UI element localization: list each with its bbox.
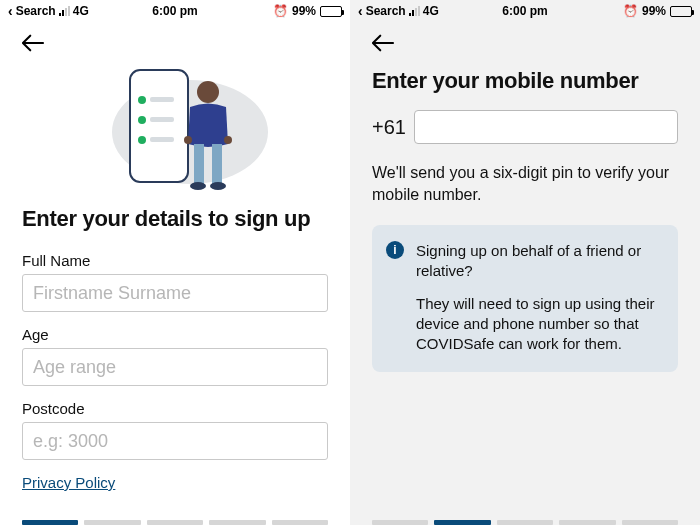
arrow-left-icon (22, 34, 44, 52)
svg-point-11 (190, 182, 206, 190)
screen-signup-details: ‹ Search 4G 6:00 pm ⏰ 99% (0, 0, 350, 525)
svg-point-4 (138, 116, 146, 124)
status-bar: ‹ Search 4G 6:00 pm ⏰ 99% (0, 0, 350, 22)
svg-rect-1 (130, 70, 188, 182)
network-label: 4G (423, 4, 439, 18)
postcode-label: Postcode (22, 400, 328, 417)
alarm-icon: ⏰ (623, 4, 638, 18)
verify-subtext: We'll send you a six-digit pin to verify… (372, 162, 678, 205)
svg-rect-9 (194, 144, 204, 184)
battery-label: 99% (642, 4, 666, 18)
svg-point-13 (184, 136, 192, 144)
status-bar: ‹ Search 4G 6:00 pm ⏰ 99% (350, 0, 700, 22)
status-time: 6:00 pm (469, 4, 580, 18)
privacy-policy-link[interactable]: Privacy Policy (22, 474, 115, 491)
battery-icon (670, 6, 692, 17)
network-label: 4G (73, 4, 89, 18)
battery-icon (320, 6, 342, 17)
fullname-label: Full Name (22, 252, 328, 269)
fullname-input[interactable] (22, 274, 328, 312)
progress-indicator (0, 514, 350, 525)
svg-point-6 (138, 136, 146, 144)
info-body: They will need to sign up using their de… (416, 294, 662, 355)
mobile-number-input[interactable] (414, 110, 678, 144)
signup-illustration (22, 62, 328, 192)
alarm-icon: ⏰ (273, 4, 288, 18)
battery-label: 99% (292, 4, 316, 18)
svg-point-8 (197, 81, 219, 103)
age-input[interactable] (22, 348, 328, 386)
signal-icon (59, 6, 70, 16)
back-chevron-icon: ‹ (358, 4, 363, 18)
svg-rect-5 (150, 117, 174, 122)
country-prefix: +61 (372, 116, 406, 139)
back-chevron-icon: ‹ (8, 4, 13, 18)
page-title: Enter your mobile number (372, 68, 678, 94)
back-button[interactable] (22, 32, 44, 58)
page-title: Enter your details to sign up (22, 206, 328, 232)
svg-rect-10 (212, 144, 222, 184)
svg-point-14 (224, 136, 232, 144)
screen-mobile-number: ‹ Search 4G 6:00 pm ⏰ 99% Enter your mob… (350, 0, 700, 525)
info-question: Signing up on behalf of a friend or rela… (416, 241, 662, 282)
info-icon: i (386, 241, 404, 259)
svg-rect-3 (150, 97, 174, 102)
status-search-label: Search (16, 4, 56, 18)
svg-rect-7 (150, 137, 174, 142)
arrow-left-icon (372, 34, 394, 52)
back-button[interactable] (372, 32, 394, 58)
signal-icon (409, 6, 420, 16)
status-time: 6:00 pm (119, 4, 230, 18)
info-callout: i Signing up on behalf of a friend or re… (372, 225, 678, 372)
age-label: Age (22, 326, 328, 343)
progress-indicator (350, 514, 700, 525)
svg-point-12 (210, 182, 226, 190)
postcode-input[interactable] (22, 422, 328, 460)
status-search-label: Search (366, 4, 406, 18)
svg-point-2 (138, 96, 146, 104)
